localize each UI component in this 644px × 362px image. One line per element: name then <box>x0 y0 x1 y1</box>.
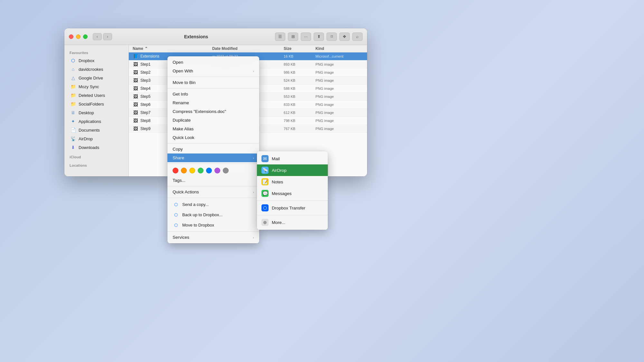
sidebar-item-airdrop[interactable]: 📡 AirDrop <box>66 135 127 143</box>
separator-3 <box>167 143 259 144</box>
file-list-header: Name ⌃ Date Modified Size Kind <box>129 45 367 52</box>
menu-item-get-info[interactable]: Get Info <box>167 90 259 98</box>
menu-item-send-copy[interactable]: ⬡ Send a copy... <box>167 199 259 209</box>
menu-item-rename[interactable]: Rename <box>167 98 259 107</box>
file-type-icon: 🖼 <box>133 102 138 107</box>
toolbar-right: ☰ ⊞ ··· ⬆ ⌑ ❖ ⌕ <box>275 32 363 41</box>
tag-green[interactable] <box>198 168 204 173</box>
share-separator-2 <box>257 215 328 215</box>
menu-item-services[interactable]: Services › <box>167 233 259 242</box>
file-size: 798 KB <box>284 119 316 123</box>
tag-yellow[interactable] <box>189 168 195 173</box>
tag-red[interactable] <box>173 168 178 173</box>
action-button[interactable]: ··· <box>301 32 311 41</box>
col-name-header[interactable]: Name ⌃ <box>133 46 212 51</box>
locations-header: Locations <box>64 160 128 169</box>
share-item-airdrop[interactable]: 📡 AirDrop <box>257 164 328 176</box>
menu-item-duplicate[interactable]: Duplicate <box>167 116 259 125</box>
share-item-mail[interactable]: ✉ Mail <box>257 153 328 164</box>
share-item-more[interactable]: ⊕ More... <box>257 217 328 228</box>
file-kind: PNG image <box>316 127 363 131</box>
documents-icon: 📄 <box>70 127 76 133</box>
search-button[interactable]: ⌕ <box>352 32 363 41</box>
separator-1 <box>167 77 259 77</box>
downloads-icon: ⬇ <box>70 144 76 150</box>
menu-item-move-dropbox[interactable]: ⬡ Move to Dropbox <box>167 220 259 230</box>
menu-item-quick-actions[interactable]: Quick Actions › <box>167 188 259 196</box>
share-separator-1 <box>257 200 328 201</box>
tag-blue[interactable] <box>206 168 212 173</box>
file-name: Step4 <box>140 86 150 91</box>
home-icon: ⌂ <box>70 66 76 72</box>
file-size: 986 KB <box>284 70 316 74</box>
messages-icon: 💬 <box>261 190 269 197</box>
tag-purple[interactable] <box>214 168 220 173</box>
separator-6 <box>167 198 259 198</box>
sidebar-item-googledrive[interactable]: △ Google Drive <box>66 74 127 82</box>
file-kind: Microsof...cument <box>316 54 363 58</box>
forward-button[interactable]: › <box>103 33 112 40</box>
file-size: 588 KB <box>284 87 316 90</box>
sidebar-item-socialfolders[interactable]: 📁 SocialFolders <box>66 100 127 108</box>
separator-7 <box>167 231 259 232</box>
sidebar-item-applications[interactable]: ✦ Applications <box>66 117 127 125</box>
tag-button[interactable]: ⌑ <box>327 32 337 41</box>
menu-item-move-to-bin[interactable]: Move to Bin <box>167 78 259 87</box>
view-list-button[interactable]: ☰ <box>275 32 285 41</box>
sidebar-item-davidcrookes[interactable]: ⌂ davidcrookes <box>66 65 127 73</box>
col-size-header[interactable]: Size <box>284 46 316 51</box>
file-type-icon: 📘 <box>133 53 138 59</box>
applications-icon: ✦ <box>70 118 76 124</box>
minimize-button[interactable] <box>76 34 80 39</box>
back-button[interactable]: ‹ <box>93 33 102 40</box>
sidebar-label-mozysync: Mozy Sync <box>79 84 99 89</box>
share-button[interactable]: ⬆ <box>314 32 324 41</box>
sidebar-label-davidcrookes: davidcrookes <box>79 67 103 72</box>
tag-orange[interactable] <box>181 168 187 173</box>
menu-item-open-with[interactable]: Open With › <box>167 67 259 75</box>
maximize-button[interactable] <box>83 34 88 39</box>
menu-item-compress[interactable]: Compress "Extensions.doc" <box>167 107 259 116</box>
tags-row <box>167 165 259 176</box>
sidebar-item-mozysync[interactable]: 📁 Mozy Sync <box>66 82 127 91</box>
mail-icon: ✉ <box>261 155 269 162</box>
share-item-notes[interactable]: 📝 Notes <box>257 176 328 188</box>
folder-icon-social: 📁 <box>70 101 76 107</box>
sidebar-item-downloads[interactable]: ⬇ Downloads <box>66 143 127 152</box>
sidebar-item-documents[interactable]: 📄 Documents <box>66 126 127 134</box>
menu-item-make-alias[interactable]: Make Alias <box>167 125 259 133</box>
more-icon: ⊕ <box>261 219 269 226</box>
menu-item-backup[interactable]: ⬡ Back up to Dropbox... <box>167 209 259 220</box>
file-size: 16 KB <box>284 54 316 58</box>
file-type-icon: 🖼 <box>133 94 138 99</box>
sidebar-item-deletedusers[interactable]: 📁 Deleted Users <box>66 91 127 99</box>
menu-item-copy[interactable]: Copy <box>167 145 259 153</box>
view-grid-button[interactable]: ⊞ <box>288 32 298 41</box>
dropbox-button[interactable]: ❖ <box>339 32 350 41</box>
dropbox-transfer-icon: ⬡ <box>261 204 269 211</box>
share-item-messages[interactable]: 💬 Messages <box>257 188 328 199</box>
file-name: Extensions <box>140 54 159 59</box>
folder-icon-deleted: 📁 <box>70 92 76 98</box>
dropbox-send-icon: ⬡ <box>173 201 179 208</box>
close-button[interactable] <box>69 34 73 39</box>
file-type-icon: 🖼 <box>133 126 138 132</box>
file-type-icon: 🖼 <box>133 61 138 67</box>
menu-item-open[interactable]: Open <box>167 58 259 67</box>
file-type-icon: 🖼 <box>133 78 138 83</box>
favourites-header: Favourites <box>64 48 128 56</box>
col-date-header[interactable]: Date Modified <box>212 46 284 51</box>
separator-5 <box>167 186 259 186</box>
sidebar-item-dropbox[interactable]: ⬡ Dropbox <box>66 56 127 65</box>
sidebar-item-desktop[interactable]: 🖥 Desktop <box>66 108 127 117</box>
sidebar: Favourites ⬡ Dropbox ⌂ davidcrookes △ Go… <box>64 45 129 176</box>
menu-item-tags[interactable]: Tags... <box>167 176 259 185</box>
file-kind: PNG image <box>316 70 363 74</box>
file-size: 893 KB <box>284 62 316 66</box>
share-submenu: ✉ Mail 📡 AirDrop 📝 Notes 💬 Messages ⬡ Dr… <box>257 151 328 230</box>
tag-gray[interactable] <box>223 168 229 173</box>
menu-item-share[interactable]: Share › <box>167 153 259 162</box>
col-kind-header[interactable]: Kind <box>316 46 363 51</box>
share-item-dropbox-transfer[interactable]: ⬡ Dropbox Transfer <box>257 202 328 214</box>
menu-item-quick-look[interactable]: Quick Look <box>167 133 259 142</box>
